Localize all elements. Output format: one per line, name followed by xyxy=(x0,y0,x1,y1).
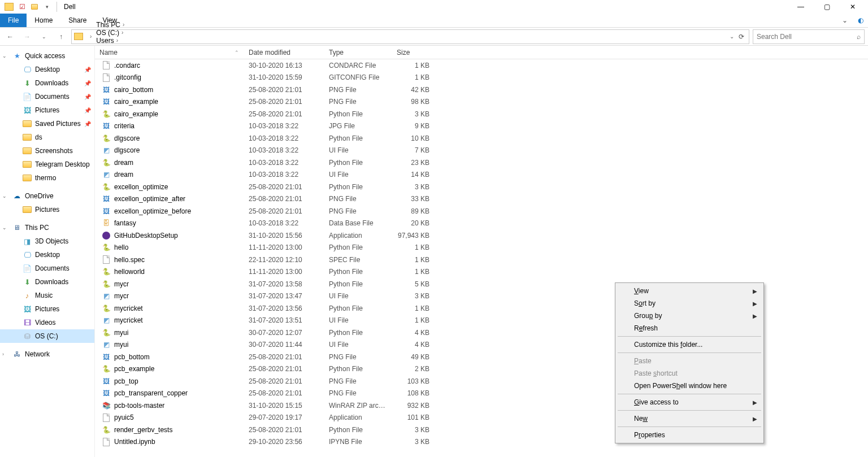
nav-network[interactable]: › 🖧 Network xyxy=(0,347,94,361)
file-type: JPG File xyxy=(324,122,392,130)
file-row[interactable]: ◩dlgscore10-03-2018 3:22UI File7 KB xyxy=(95,145,868,157)
maximize-button[interactable]: ▢ xyxy=(814,0,840,14)
file-date: 29-10-2020 23:56 xyxy=(244,438,324,446)
nav-onedrive[interactable]: ⌄ ☁ OneDrive xyxy=(0,189,94,203)
file-name: Untitled.ipynb xyxy=(114,438,155,446)
desktop-icon: 🖵 xyxy=(23,65,32,74)
chevron-right-icon[interactable]: › xyxy=(2,351,9,357)
nav-item[interactable]: Telegram Desktop xyxy=(0,158,94,171)
chevron-right-icon: ▶ xyxy=(753,301,757,307)
file-row[interactable]: 🗄fantasy10-03-2018 3:22Data Base File20 … xyxy=(95,217,868,230)
close-button[interactable]: ✕ xyxy=(840,0,866,14)
address-history-icon[interactable]: ⌄ xyxy=(730,33,734,40)
refresh-icon[interactable]: ⟳ xyxy=(739,33,744,41)
ctx-sort[interactable]: Sort by▶ xyxy=(617,297,762,310)
recent-dropdown[interactable]: ⌄ xyxy=(37,30,51,43)
nav-item[interactable]: 🖵Desktop📌 xyxy=(0,63,94,76)
content-pane[interactable]: Name⌃ Date modified Type Size .condarc30… xyxy=(95,46,868,457)
breadcrumb-seg[interactable]: OS (C:)› xyxy=(94,29,127,37)
nav-quick-access[interactable]: ⌄ ★ Quick access xyxy=(0,49,94,63)
file-name: mycr xyxy=(114,280,129,288)
ctx-refresh[interactable]: Refresh xyxy=(617,322,762,334)
nav-item[interactable]: 🖼Pictures xyxy=(0,302,94,316)
column-name[interactable]: Name⌃ xyxy=(95,49,244,56)
qat-dropdown-icon[interactable]: ▾ xyxy=(43,3,51,11)
ctx-powershell[interactable]: Open PowerShell window here xyxy=(617,380,762,392)
file-row[interactable]: 🐍helloworld11-11-2020 13:00Python File1 … xyxy=(95,266,868,278)
nav-item[interactable]: ♪Music xyxy=(0,289,94,302)
ctx-view[interactable]: View▶ xyxy=(617,285,762,297)
file-size: 89 KB xyxy=(392,207,436,215)
search-box[interactable]: ⌕ xyxy=(753,29,865,44)
file-row[interactable]: .condarc30-10-2020 16:13CONDARC File1 KB xyxy=(95,59,868,72)
nav-item[interactable]: 🖼Pictures📌 xyxy=(0,103,94,117)
nav-item[interactable]: Screenshots xyxy=(0,144,94,158)
file-row[interactable]: hello.spec22-11-2020 12:10SPEC File1 KB xyxy=(95,254,868,266)
nav-item[interactable]: ⬇Downloads📌 xyxy=(0,76,94,90)
quick-access-icon: ★ xyxy=(12,51,21,60)
nav-item[interactable]: ⬇Downloads xyxy=(0,275,94,289)
ctx-new[interactable]: New▶ xyxy=(617,412,762,425)
forward-button[interactable]: → xyxy=(20,30,34,43)
file-row[interactable]: 🐍dlgscore10-03-2018 3:22Python File10 KB xyxy=(95,132,868,145)
tab-home[interactable]: Home xyxy=(27,14,60,27)
file-row[interactable]: 🖼cairo_bottom25-08-2020 21:01PNG File42 … xyxy=(95,84,868,96)
file-row[interactable]: 🐍excellon_optimize25-08-2020 21:01Python… xyxy=(95,181,868,193)
nav-item[interactable]: 🖵Desktop xyxy=(0,248,94,262)
breadcrumb-root[interactable]: › xyxy=(85,33,94,40)
nav-item[interactable]: ⛁OS (C:) xyxy=(0,329,94,343)
nav-item[interactable]: thermo xyxy=(0,171,94,185)
ctx-properties[interactable]: Properties xyxy=(617,429,762,441)
ctx-group[interactable]: Group by▶ xyxy=(617,310,762,322)
nav-item-label: 3D Objects xyxy=(35,237,68,245)
file-row[interactable]: .gitconfig31-10-2020 15:59GITCONFIG File… xyxy=(95,72,868,84)
nav-item[interactable]: 📄Documents xyxy=(0,262,94,275)
qat-newfolder-icon[interactable] xyxy=(31,3,38,11)
chevron-down-icon[interactable]: ⌄ xyxy=(2,225,9,230)
ctx-customize[interactable]: Customize this folder... xyxy=(617,338,762,351)
back-button[interactable]: ← xyxy=(3,30,17,43)
file-row[interactable]: 🖼criteria10-03-2018 3:22JPG File9 KB xyxy=(95,120,868,133)
file-row[interactable]: 🖼excellon_optimize_after25-08-2020 21:01… xyxy=(95,193,868,206)
address-bar[interactable]: › This PC›OS (C:)›Users›Dell› ⌄ ⟳ xyxy=(71,29,749,44)
column-type[interactable]: Type xyxy=(324,49,392,56)
tab-file[interactable]: File xyxy=(0,14,27,27)
column-date[interactable]: Date modified xyxy=(244,49,324,56)
help-icon[interactable]: ◐ xyxy=(853,14,868,27)
file-row[interactable]: 🐍cairo_example25-08-2020 21:01Python Fil… xyxy=(95,108,868,120)
nav-item[interactable]: ◨3D Objects xyxy=(0,234,94,248)
file-row[interactable]: 🐍dream10-03-2018 3:22Python File23 KB xyxy=(95,156,868,169)
column-size[interactable]: Size xyxy=(392,49,436,56)
nav-item[interactable]: 🎞Videos xyxy=(0,316,94,329)
breadcrumb-seg[interactable]: Users› xyxy=(94,37,127,45)
nav-item[interactable]: Saved Pictures📌 xyxy=(0,117,94,130)
qat-properties-icon[interactable]: ☑ xyxy=(18,3,26,11)
nav-this-pc[interactable]: ⌄ 🖥 This PC xyxy=(0,221,94,234)
file-row[interactable]: 🐍hello11-11-2020 13:00Python File1 KB xyxy=(95,242,868,254)
ctx-give-access[interactable]: Give access to▶ xyxy=(617,396,762,408)
search-input[interactable] xyxy=(757,33,857,41)
search-icon[interactable]: ⌕ xyxy=(857,33,861,41)
chevron-down-icon[interactable]: ⌄ xyxy=(2,193,9,199)
nav-item[interactable]: 📄Documents📌 xyxy=(0,90,94,103)
documents-icon: 📄 xyxy=(23,264,32,273)
up-button[interactable]: ↑ xyxy=(54,30,68,43)
navigation-pane[interactable]: ⌄ ★ Quick access 🖵Desktop📌⬇Downloads📌📄Do… xyxy=(0,46,95,457)
file-icon: 🖼 xyxy=(102,207,111,216)
ribbon-expand-icon[interactable]: ⌄ xyxy=(836,14,853,27)
file-row[interactable]: 🖼excellon_optimize_before25-08-2020 21:0… xyxy=(95,205,868,217)
file-row[interactable]: 🖼cairo_example25-08-2020 21:01PNG File98… xyxy=(95,96,868,108)
file-icon: 🖼 xyxy=(102,389,111,398)
file-row[interactable]: ◩dream10-03-2018 3:22UI File14 KB xyxy=(95,169,868,181)
chevron-down-icon[interactable]: ⌄ xyxy=(2,53,9,59)
nav-item[interactable]: ds xyxy=(0,130,94,144)
minimize-button[interactable]: — xyxy=(788,0,814,14)
file-type: Python File xyxy=(324,329,392,337)
file-type: PNG File xyxy=(324,195,392,203)
nav-item[interactable]: Pictures xyxy=(0,203,94,216)
tab-share[interactable]: Share xyxy=(60,14,94,27)
breadcrumb-seg[interactable]: This PC› xyxy=(94,21,127,29)
nav-item-label: Pictures xyxy=(35,106,59,114)
file-date: 10-03-2018 3:22 xyxy=(244,122,324,130)
file-row[interactable]: GitHubDesktopSetup31-10-2020 15:56Applic… xyxy=(95,229,868,242)
